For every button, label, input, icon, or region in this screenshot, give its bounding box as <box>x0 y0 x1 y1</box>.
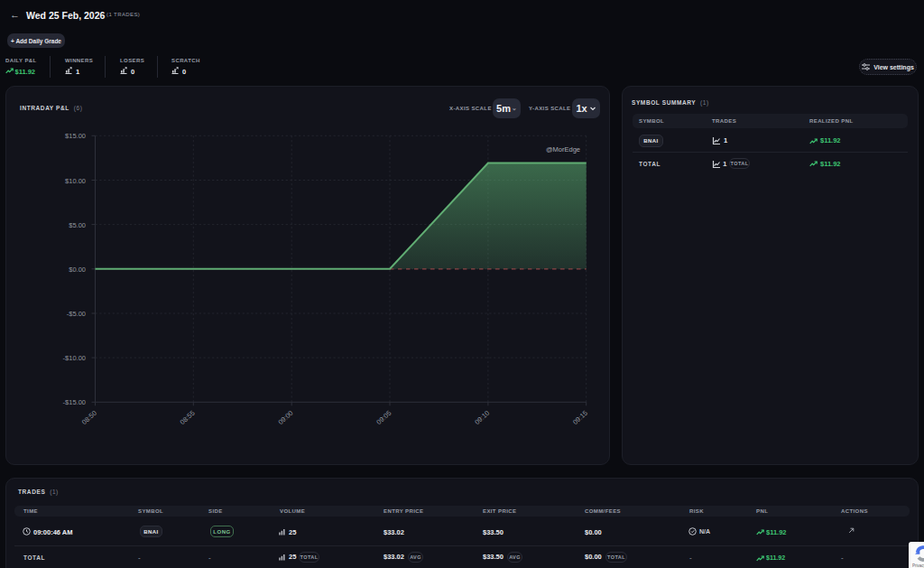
svg-text:-$10.00: -$10.00 <box>63 354 86 362</box>
svg-text:08:55: 08:55 <box>179 409 197 426</box>
svg-text:-$15.00: -$15.00 <box>63 398 86 406</box>
svg-text:$10.00: $10.00 <box>65 177 86 185</box>
svg-text:@MorEdge: @MorEdge <box>546 145 580 154</box>
svg-text:$0.00: $0.00 <box>69 265 86 274</box>
svg-text:09:10: 09:10 <box>473 409 491 426</box>
svg-text:09:00: 09:00 <box>277 409 295 426</box>
svg-text:09:05: 09:05 <box>374 409 393 426</box>
svg-text:09:15: 09:15 <box>571 409 589 426</box>
svg-text:-$5.00: -$5.00 <box>67 310 86 318</box>
svg-text:$5.00: $5.00 <box>69 221 86 229</box>
svg-text:$15.00: $15.00 <box>65 132 86 140</box>
svg-text:08:50: 08:50 <box>80 409 98 426</box>
